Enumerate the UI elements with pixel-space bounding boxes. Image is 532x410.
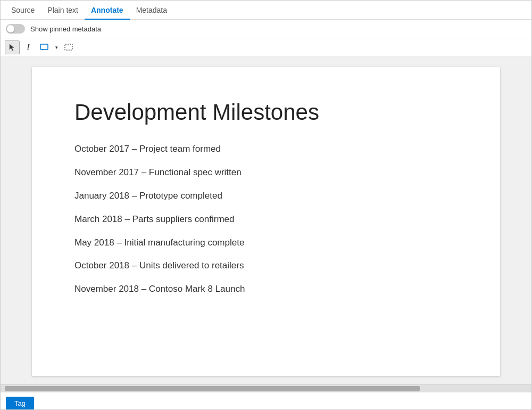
toggle-knob bbox=[7, 25, 14, 32]
toggle-label: Show pinned metadata bbox=[30, 25, 101, 33]
text-tool-icon: I bbox=[27, 43, 30, 52]
milestone-7: November 2018 – Contoso Mark 8 Launch bbox=[74, 283, 458, 296]
tab-plain-text[interactable]: Plain text bbox=[41, 1, 85, 20]
tag-button[interactable]: Tag bbox=[6, 397, 34, 410]
tab-metadata[interactable]: Metadata bbox=[130, 1, 173, 20]
horizontal-scrollbar[interactable] bbox=[1, 384, 531, 392]
annotation-icon bbox=[40, 44, 48, 51]
milestone-6: October 2018 – Units delivered to retail… bbox=[74, 259, 458, 272]
tab-source[interactable]: Source bbox=[5, 1, 41, 20]
milestone-3: January 2018 – Prototype completed bbox=[74, 190, 458, 202]
toolbar: I ▾ bbox=[1, 38, 531, 56]
show-pinned-metadata-toggle[interactable] bbox=[6, 24, 25, 34]
milestone-2: November 2017 – Functional spec written bbox=[74, 166, 458, 179]
milestone-5: May 2018 – Initial manufacturing complet… bbox=[74, 236, 458, 249]
text-tool-button[interactable]: I bbox=[21, 40, 36, 54]
annotation-tool-button[interactable] bbox=[37, 40, 52, 54]
document-page: Development Milestones October 2017 – Pr… bbox=[32, 67, 500, 376]
milestone-4: March 2018 – Parts suppliers confirmed bbox=[74, 213, 458, 226]
cursor-icon bbox=[9, 44, 15, 51]
annotation-dropdown-button[interactable]: ▾ bbox=[53, 40, 60, 54]
rectangle-icon bbox=[64, 44, 73, 51]
milestone-1: October 2017 – Project team formed bbox=[74, 143, 458, 155]
toggle-row: Show pinned metadata bbox=[1, 20, 531, 38]
annotation-dropdown-group: ▾ bbox=[37, 40, 60, 54]
tag-bar: Tag bbox=[1, 392, 531, 410]
tab-bar: Source Plain text Annotate Metadata bbox=[1, 1, 531, 20]
chevron-down-icon: ▾ bbox=[55, 45, 58, 50]
document-viewer-wrapper: Development Milestones October 2017 – Pr… bbox=[1, 56, 531, 384]
svg-rect-3 bbox=[65, 44, 72, 50]
document-title: Development Milestones bbox=[74, 99, 458, 126]
svg-rect-1 bbox=[40, 44, 48, 50]
document-area[interactable]: Development Milestones October 2017 – Pr… bbox=[1, 56, 531, 384]
select-tool-button[interactable] bbox=[5, 40, 20, 54]
horizontal-scrollbar-thumb[interactable] bbox=[5, 386, 420, 391]
svg-marker-0 bbox=[10, 44, 14, 51]
rectangle-tool-button[interactable] bbox=[61, 40, 76, 54]
tab-annotate[interactable]: Annotate bbox=[85, 1, 130, 20]
